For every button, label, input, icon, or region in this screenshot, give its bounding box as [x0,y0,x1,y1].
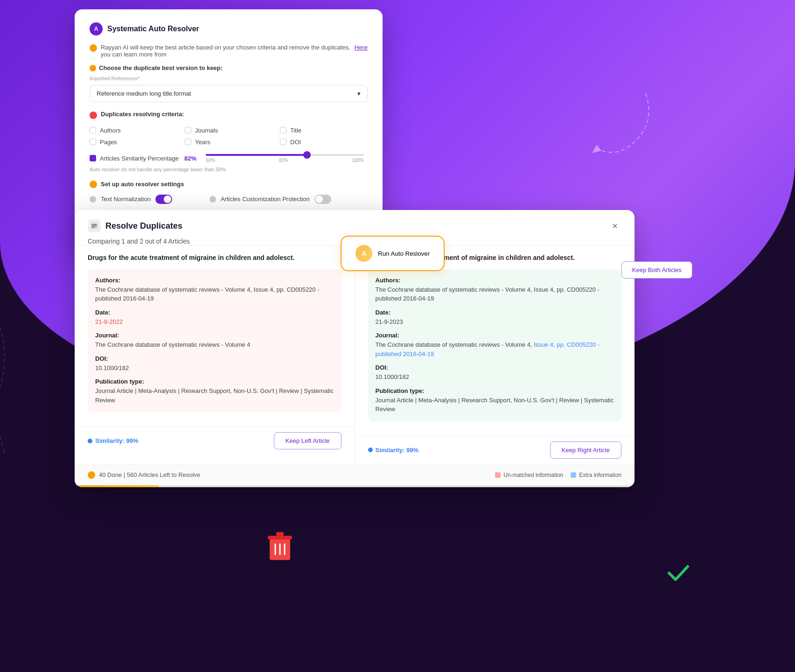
normalization-toggle[interactable] [155,195,172,204]
checkmark-overlay [664,558,692,588]
slider-track [206,154,364,156]
normalization-info-icon [90,196,96,203]
authors-checkbox[interactable] [90,127,96,133]
left-date-key: Date: [95,309,334,316]
modal-header: A Systematic Auto Resolver [90,22,368,35]
left-article-details: Authors: The Cochrane database of system… [88,269,342,413]
auto-btn-text: Run Auto Reslover [378,250,430,257]
modal-icon: A [90,22,103,35]
keep-left-button[interactable]: Keep Left Article [274,432,342,449]
right-date-val: 21-9-2023 [376,317,614,327]
criteria-authors[interactable]: Authors [90,127,177,134]
status-left: 40 Done | 560 Articles Left to Resolve [88,471,200,479]
customization-toggle-item[interactable]: Articles Customization Protection [209,195,331,204]
left-article-panel: Drugs for the acute treatment of migrain… [75,246,355,464]
modal-title: Systematic Auto Resolver [107,25,199,33]
left-authors: Authors: The Cochrane database of system… [95,277,334,303]
text-normalization-toggle-item[interactable]: Text Normalization [90,195,172,204]
right-similarity-badge: Similarity: 99% [368,447,419,454]
criteria-pages[interactable]: Pages [90,139,177,146]
right-authors-key: Authors: [376,277,614,284]
sim-dot-left [88,439,92,443]
right-article-content: Drugs for the acute treatment of migrain… [355,246,635,435]
criteria-label: Duplicates resolving criteria: [101,111,184,118]
keep-right-button[interactable]: Keep Right Article [550,441,621,459]
settings-label: Set up auto resolver settings [101,181,184,188]
status-text: 40 Done | 560 Articles Left to Resolve [99,471,200,478]
dashed-arrow-top [562,84,664,187]
left-journal: Journal: The Cochrane database of system… [95,332,334,350]
title-checkbox[interactable] [280,127,286,133]
customization-info-icon [209,196,216,203]
similarity-row: Articles Similarity Percentage 82% 50% 8… [90,154,368,163]
chevron-down-icon: ▾ [357,90,361,97]
normalization-label: Text Normalization [101,196,151,203]
slider-note: Auto resolver do not handle any percenta… [90,167,368,172]
resolve-title-row: Resolve Duplicates [88,219,182,232]
right-journal-val: The Cochrane database of systematic revi… [376,340,614,358]
similarity-checkbox-item[interactable]: Articles Similarity Percentage [90,155,179,162]
authors-label: Authors [100,127,121,134]
progress-bar-fill [75,485,159,487]
right-article-details: Authors: The Cochrane database of system… [368,269,622,421]
info-row: Rayyan AI will keep the best article bas… [90,44,368,58]
imported-label: Imported References* [90,76,368,81]
criteria-doi[interactable]: DOI [280,139,368,146]
slider-fill [206,154,308,156]
auto-resolver-btn-area: A Run Auto Reslover [341,236,445,271]
journals-label: Journals [195,127,218,134]
legend-red-dot [495,472,501,478]
legend-unmatched: Un-matched information [495,472,563,478]
keep-both-button[interactable]: Keep Both Articles [621,261,692,279]
auto-btn-icon: A [356,245,372,262]
comparing-label: Comparing 1 and 2 out of 4 Articles [88,238,190,245]
trash-icon-overlay[interactable] [266,530,294,565]
close-button[interactable]: × [608,219,621,232]
left-journal-key: Journal: [95,332,334,339]
right-journal: Journal: The Cochrane database of system… [376,332,614,358]
right-authors: Authors: The Cochrane database of system… [376,277,614,303]
right-panel-footer: Similarity: 99% Keep Right Article [355,435,635,464]
similarity-slider[interactable]: 50% 82% 100% [206,154,364,163]
settings-section: Set up auto resolver settings [90,181,368,188]
sim-dot-right [368,448,373,452]
status-right: Un-matched information Extra information [495,472,621,478]
format-dropdown[interactable]: Reference medium long title.format ▾ [90,85,368,102]
legend-unmatched-text: Un-matched information [503,472,563,478]
left-pubtype-key: Publication type: [95,378,334,385]
criteria-title[interactable]: Title [280,127,368,134]
left-panel-footer: Similarity: 99% Keep Left Article [75,426,355,455]
pages-checkbox[interactable] [90,139,96,145]
progress-bar-container [75,485,635,487]
right-date-key: Date: [376,309,614,316]
right-doi-key: DOI: [376,364,614,371]
doi-checkbox[interactable] [280,139,286,145]
journals-checkbox[interactable] [185,127,191,133]
panels-container: Drugs for the acute treatment of migrain… [75,245,635,464]
run-auto-resolver-button[interactable]: A Run Auto Reslover [341,236,445,271]
left-doi-key: DOI: [95,355,334,362]
left-pubtype-val: Journal Article | Meta-Analysis | Resear… [95,386,334,405]
criteria-journals[interactable]: Journals [185,127,272,134]
left-article-content: Drugs for the acute treatment of migrain… [75,246,355,426]
info-link[interactable]: Here [355,44,368,51]
criteria-years[interactable]: Years [185,139,272,146]
right-pubtype-val: Journal Article | Meta-Analysis | Resear… [376,396,614,414]
doi-label: DOI [290,139,301,146]
customization-toggle[interactable] [314,195,331,204]
right-doi-val: 10.1000/182 [376,372,614,382]
right-doi: DOI: 10.1000/182 [376,364,614,382]
right-pubtype-key: Publication type: [376,387,614,394]
svg-marker-0 [592,145,601,153]
left-date: Date: 21-9-2022 [95,309,334,327]
years-checkbox[interactable] [185,139,191,145]
similarity-checkbox[interactable] [90,155,96,161]
legend-extra: Extra information [571,472,621,478]
info-icon [90,44,97,52]
left-article-title: Drugs for the acute treatment of migrain… [88,253,342,263]
toggle-knob-2 [315,196,323,203]
status-bolt-icon [88,471,95,479]
left-pubtype: Publication type: Journal Article | Meta… [95,378,334,405]
left-similarity-text: Similarity: 99% [95,437,139,444]
left-doi: DOI: 10.1000/182 [95,355,334,373]
